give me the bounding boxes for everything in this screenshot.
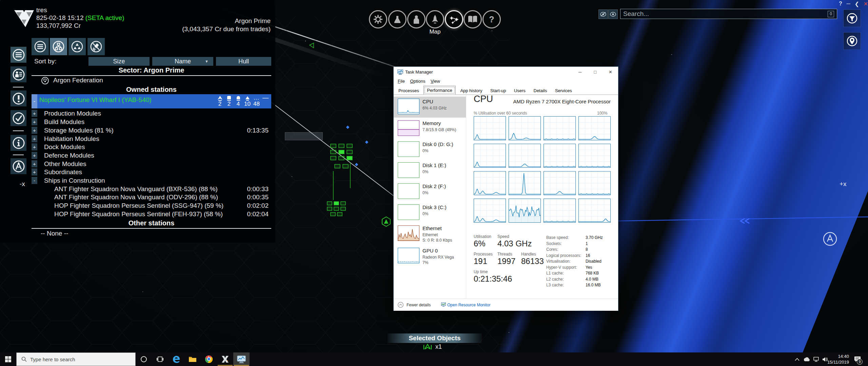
ship-l-icon <box>224 95 234 101</box>
sidebar-info-button[interactable] <box>11 135 26 151</box>
tab-list-filter[interactable] <box>32 38 49 55</box>
selected-ship-icon[interactable] <box>423 344 432 350</box>
tree-row[interactable]: +Dock Modules <box>32 143 271 151</box>
expander[interactable]: + <box>32 152 37 159</box>
fewer-details-button[interactable]: Fewer details <box>407 303 431 307</box>
task-view-button[interactable] <box>152 352 168 366</box>
tree-row[interactable]: ANT Fighter Squadron Nova Vanguard (ODV-… <box>32 193 271 201</box>
sidebar-item-disk3[interactable]: Disk 3 (C:) 0% <box>394 202 466 222</box>
title-bar[interactable]: Task Manager ─ □ ✕ <box>394 67 618 77</box>
expander[interactable]: + <box>32 143 37 150</box>
edge-browser-icon[interactable] <box>168 352 184 366</box>
location-pin-button[interactable] <box>843 32 861 50</box>
sidebar-item-gpu[interactable]: GPU 0 Radeon RX Vega 7% <box>394 246 466 267</box>
collapse-button[interactable]: ❮ <box>855 1 859 7</box>
tray-chevron-up-icon[interactable] <box>793 352 802 366</box>
tree-row[interactable]: HOP Fighter Squadron Perseus Sentinel (S… <box>32 202 271 210</box>
tree-row[interactable]: +Build Modules <box>32 118 271 126</box>
tree-row[interactable]: -Ships in Construction <box>32 177 271 185</box>
notifications-button[interactable]: 9 <box>854 356 861 362</box>
expander[interactable]: + <box>32 168 37 176</box>
map-search-input[interactable]: Search... 0 <box>620 9 837 19</box>
expander[interactable]: + <box>32 127 37 134</box>
chrome-browser-icon[interactable] <box>201 352 217 366</box>
sidebar-item-disk2[interactable]: Disk 2 (F:) 0% <box>394 181 466 201</box>
expander[interactable]: + <box>32 160 37 167</box>
player-credits: 133,707,992 Cr <box>36 22 124 29</box>
tree-row[interactable]: HOP Fighter Squadron Perseus Sentinel (F… <box>32 210 271 218</box>
faction-row[interactable]: Argon Federation <box>32 76 271 85</box>
menu-view[interactable]: View <box>431 79 440 84</box>
row-label: Storage Modules (81 %) <box>44 127 114 134</box>
filter-button[interactable] <box>843 9 861 27</box>
menu-file[interactable]: File <box>398 79 405 84</box>
character-person-icon[interactable] <box>407 10 426 28</box>
map-constellation-icon[interactable] <box>445 10 463 28</box>
tray-onedrive-cloud-icon[interactable] <box>802 352 812 366</box>
ship-rocket-icon[interactable] <box>426 10 444 28</box>
tree-row[interactable]: +Production Modules <box>32 109 271 118</box>
settings-gear-icon[interactable] <box>369 10 387 28</box>
tree-row[interactable]: +Habitation Modules <box>32 135 271 143</box>
menu-options[interactable]: Options <box>410 79 426 84</box>
tab-processes[interactable]: Processes <box>395 86 422 95</box>
tab-details[interactable]: Details <box>530 86 551 95</box>
tab-other-objects[interactable] <box>68 38 86 55</box>
tab-users[interactable]: Users <box>511 86 529 95</box>
tab-services[interactable]: Services <box>552 86 575 95</box>
tree-row[interactable]: +Other Modules <box>32 160 271 168</box>
expander[interactable]: + <box>32 110 37 117</box>
sidebar-alerts-button[interactable] <box>11 90 26 106</box>
sidebar-logo-button[interactable] <box>11 158 26 174</box>
sidebar-item-disk1[interactable]: Disk 1 (E:) 0% <box>394 160 466 180</box>
tray-network-icon[interactable] <box>812 352 821 366</box>
cpu-core-graph <box>474 199 506 223</box>
sidebar-item-memory[interactable]: Memory 7.8/15.9 GB (49%) <box>394 118 466 139</box>
expander[interactable]: + <box>32 135 37 142</box>
cpu-panel-title: CPU <box>474 94 493 104</box>
file-explorer-icon[interactable] <box>184 352 201 366</box>
tab-property-owned[interactable] <box>50 38 67 55</box>
tree-row[interactable]: +Subordinates <box>32 168 271 176</box>
selected-station-row[interactable]: - Nopileos' Fortune VI Wharf I (YAB-540)… <box>32 94 271 108</box>
sort-hull-button[interactable]: Hull <box>216 57 271 66</box>
taskbar-search-input[interactable]: Type here to search <box>16 352 136 366</box>
cortana-button[interactable] <box>136 352 152 366</box>
close-button[interactable]: ✕ <box>603 67 618 77</box>
minimize-button[interactable]: ─ <box>572 67 588 77</box>
tree-row[interactable]: +Defence Modules <box>32 151 271 160</box>
research-flask-icon[interactable] <box>388 10 407 28</box>
chevron-up-circle-icon[interactable] <box>398 302 403 308</box>
encyclopedia-book-icon[interactable] <box>463 10 482 28</box>
open-resource-monitor-link[interactable]: Open Resource Monitor <box>447 303 490 307</box>
row-label: ANT Fighter Squadron Nova Vanguard (ODV-… <box>54 194 218 201</box>
start-button[interactable] <box>0 352 16 366</box>
expander[interactable]: + <box>32 118 37 125</box>
tree-row[interactable]: ANT Fighter Squadron Nova Vanguard (BXR-… <box>32 185 271 193</box>
tree-row[interactable]: +Storage Modules (81 %)0:13:35 <box>32 126 271 135</box>
taskbar-clock[interactable]: 14:40 15/11/2019 <box>821 353 849 365</box>
sidebar-item-ethernet[interactable]: Ethernet Ethernet S: 0 R: 8.0 Kbps <box>394 223 466 245</box>
expander[interactable]: - <box>32 177 37 184</box>
tab-satellites-off[interactable] <box>87 38 105 55</box>
sort-size-button[interactable]: Size <box>88 57 150 66</box>
help-button[interactable]: ? <box>839 1 842 7</box>
maximize-button[interactable]: □ <box>588 67 603 77</box>
x4-game-icon[interactable] <box>217 352 233 366</box>
sidebar-object-list-button[interactable] <box>11 47 26 63</box>
sidebar-item-disk0[interactable]: Disk 0 (D: G:) 0% <box>394 139 466 159</box>
collapse-expander[interactable]: - <box>32 94 37 108</box>
sort-name-button[interactable]: Name▼ <box>152 57 213 66</box>
sidebar-item-cpu[interactable]: CPU 6% 4.03 GHz <box>394 97 466 118</box>
sidebar-missions-button[interactable] <box>11 110 26 126</box>
detail-label: Logical processors: <box>546 253 581 258</box>
minimize-button[interactable]: ─ <box>846 1 850 7</box>
tab-performance[interactable]: Performance <box>423 86 455 95</box>
task-manager-taskbar-icon[interactable] <box>233 352 250 366</box>
visibility-icon[interactable] <box>608 9 618 19</box>
sidebar-crew-info-button[interactable] <box>11 66 26 82</box>
detail-value: 3.70 GHz <box>586 235 603 240</box>
close-button[interactable]: ✕ <box>864 1 868 7</box>
help-question-icon[interactable]: ? <box>482 10 501 28</box>
faction-watch-icon[interactable] <box>598 9 608 19</box>
